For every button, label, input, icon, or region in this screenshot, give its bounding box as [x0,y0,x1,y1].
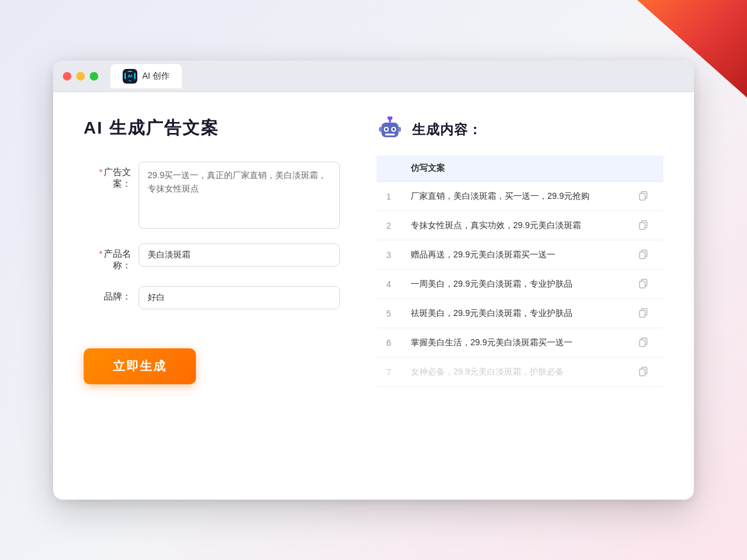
row-text: 祛斑美白，29.9元美白淡斑霜，专业护肤品 [401,299,627,328]
svg-point-5 [385,128,388,131]
svg-rect-23 [640,369,645,376]
row-number: 4 [377,270,401,299]
copy-button-cell [627,182,663,211]
product-name-label-text: 产品名称： [104,248,131,270]
product-name-label: *产品名称： [84,243,139,271]
window-controls [63,72,98,81]
ad-copy-textarea[interactable]: 29.9买一送一，真正的厂家直销，美白淡斑霜，专抹女性斑点 [139,162,340,229]
copy-icon[interactable] [637,336,649,348]
copy-button-cell [627,240,663,270]
ai-tab[interactable]: AI AI 创作 [110,64,182,88]
robot-icon [377,117,403,143]
svg-rect-7 [385,134,395,135]
brand-row: 品牌： [84,286,340,309]
ad-copy-required-star: * [99,167,103,177]
table-row: 1厂家直销，美白淡斑霜，买一送一，29.9元抢购 [377,182,663,211]
table-row: 3赠品再送，29.9元美白淡斑霜买一送一 [377,240,663,270]
result-header: 生成内容： [377,117,663,143]
table-header-row: 仿写文案 [377,156,663,182]
page-title: AI 生成广告文案 [84,117,340,140]
ai-tab-icon: AI [123,69,137,84]
row-number: 6 [377,328,401,357]
svg-rect-11 [640,193,645,200]
minimize-button[interactable] [76,72,85,81]
product-name-row: *产品名称： [84,243,340,271]
brand-input[interactable] [139,286,340,309]
brand-label: 品牌： [84,286,139,303]
copy-icon[interactable] [637,365,649,378]
table-row: 4一周美白，29.9元美白淡斑霜，专业护肤品 [377,270,663,299]
row-number: 2 [377,211,401,240]
copy-button-cell [627,211,663,240]
ad-copy-label: *广告文案： [84,162,139,190]
copy-icon[interactable] [637,278,649,290]
row-text: 掌握美白生活，29.9元美白淡斑霜买一送一 [401,328,627,357]
browser-window: AI AI 创作 AI 生成广告文案 *广告文案： 29.9买一送一，真正的厂家… [53,60,694,500]
title-bar: AI AI 创作 [53,60,694,92]
tab-label: AI 创作 [142,71,170,82]
product-name-input[interactable] [139,243,340,267]
svg-point-6 [392,128,395,131]
svg-rect-8 [379,127,382,132]
ad-copy-label-text: 广告文案： [104,167,131,188]
table-row: 6掌握美白生活，29.9元美白淡斑霜买一送一 [377,328,663,357]
svg-rect-17 [640,281,645,288]
svg-rect-21 [640,340,645,346]
copy-button-cell [627,328,663,357]
copy-icon[interactable] [637,190,649,202]
copy-icon[interactable] [637,248,649,260]
right-panel: 生成内容： 仿写文案 1厂家直销，美白淡斑霜，买一送一，29.9元抢购 2专抹女… [377,117,663,475]
result-title: 生成内容： [412,121,482,139]
row-number: 3 [377,240,401,270]
copy-button-cell [627,270,663,299]
maximize-button[interactable] [90,72,98,81]
row-number: 5 [377,299,401,328]
copy-icon[interactable] [637,307,649,319]
row-number: 7 [377,357,401,387]
svg-rect-19 [640,311,645,317]
col-text-header: 仿写文案 [401,156,627,182]
table-row: 7女神必备，29.9元美白淡斑霜，护肤必备 [377,357,663,387]
generate-button[interactable]: 立即生成 [84,348,196,384]
content-area: AI 生成广告文案 *广告文案： 29.9买一送一，真正的厂家直销，美白淡斑霜，… [53,92,694,500]
row-text: 赠品再送，29.9元美白淡斑霜买一送一 [401,240,627,270]
row-text: 一周美白，29.9元美白淡斑霜，专业护肤品 [401,270,627,299]
table-row: 2专抹女性斑点，真实功效，29.9元美白淡斑霜 [377,211,663,240]
copy-icon[interactable] [637,219,649,231]
copy-button-cell [627,299,663,328]
svg-point-1 [388,117,392,120]
ad-copy-row: *广告文案： 29.9买一送一，真正的厂家直销，美白淡斑霜，专抹女性斑点 [84,162,340,229]
row-text: 厂家直销，美白淡斑霜，买一送一，29.9元抢购 [401,182,627,211]
row-text: 专抹女性斑点，真实功效，29.9元美白淡斑霜 [401,211,627,240]
svg-rect-13 [640,223,645,229]
col-action-header [627,156,663,182]
svg-rect-15 [640,252,645,259]
product-name-required-star: * [99,248,103,259]
copy-button-cell [627,357,663,387]
col-num-header [377,156,401,182]
row-text: 女神必备，29.9元美白淡斑霜，护肤必备 [401,357,627,387]
row-number: 1 [377,182,401,211]
table-row: 5祛斑美白，29.9元美白淡斑霜，专业护肤品 [377,299,663,328]
ai-icon-text: AI [128,73,132,79]
svg-rect-9 [398,127,401,132]
results-table: 仿写文案 1厂家直销，美白淡斑霜，买一送一，29.9元抢购 2专抹女性斑点，真实… [377,156,663,387]
close-button[interactable] [63,72,71,81]
left-panel: AI 生成广告文案 *广告文案： 29.9买一送一，真正的厂家直销，美白淡斑霜，… [84,117,340,475]
